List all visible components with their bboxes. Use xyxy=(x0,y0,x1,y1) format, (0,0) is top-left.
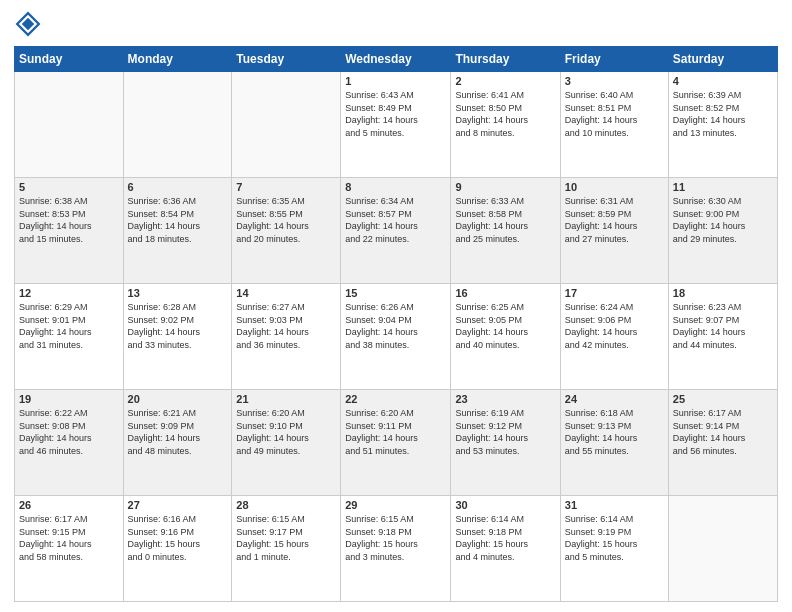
day-cell: 11Sunrise: 6:30 AM Sunset: 9:00 PM Dayli… xyxy=(668,178,777,284)
day-cell: 3Sunrise: 6:40 AM Sunset: 8:51 PM Daylig… xyxy=(560,72,668,178)
day-cell: 20Sunrise: 6:21 AM Sunset: 9:09 PM Dayli… xyxy=(123,390,232,496)
day-info: Sunrise: 6:21 AM Sunset: 9:09 PM Dayligh… xyxy=(128,407,228,457)
day-number: 6 xyxy=(128,181,228,193)
weekday-sunday: Sunday xyxy=(15,47,124,72)
day-info: Sunrise: 6:38 AM Sunset: 8:53 PM Dayligh… xyxy=(19,195,119,245)
day-cell: 13Sunrise: 6:28 AM Sunset: 9:02 PM Dayli… xyxy=(123,284,232,390)
day-cell: 16Sunrise: 6:25 AM Sunset: 9:05 PM Dayli… xyxy=(451,284,560,390)
day-number: 20 xyxy=(128,393,228,405)
day-number: 11 xyxy=(673,181,773,193)
day-number: 18 xyxy=(673,287,773,299)
day-number: 15 xyxy=(345,287,446,299)
day-info: Sunrise: 6:35 AM Sunset: 8:55 PM Dayligh… xyxy=(236,195,336,245)
day-info: Sunrise: 6:16 AM Sunset: 9:16 PM Dayligh… xyxy=(128,513,228,563)
day-number: 22 xyxy=(345,393,446,405)
day-cell: 19Sunrise: 6:22 AM Sunset: 9:08 PM Dayli… xyxy=(15,390,124,496)
day-number: 4 xyxy=(673,75,773,87)
day-number: 7 xyxy=(236,181,336,193)
day-number: 14 xyxy=(236,287,336,299)
day-number: 2 xyxy=(455,75,555,87)
day-cell: 30Sunrise: 6:14 AM Sunset: 9:18 PM Dayli… xyxy=(451,496,560,602)
day-cell: 9Sunrise: 6:33 AM Sunset: 8:58 PM Daylig… xyxy=(451,178,560,284)
day-cell: 22Sunrise: 6:20 AM Sunset: 9:11 PM Dayli… xyxy=(341,390,451,496)
weekday-friday: Friday xyxy=(560,47,668,72)
day-number: 13 xyxy=(128,287,228,299)
day-number: 23 xyxy=(455,393,555,405)
day-cell: 15Sunrise: 6:26 AM Sunset: 9:04 PM Dayli… xyxy=(341,284,451,390)
day-info: Sunrise: 6:17 AM Sunset: 9:15 PM Dayligh… xyxy=(19,513,119,563)
day-number: 16 xyxy=(455,287,555,299)
page: SundayMondayTuesdayWednesdayThursdayFrid… xyxy=(0,0,792,612)
day-number: 26 xyxy=(19,499,119,511)
day-info: Sunrise: 6:30 AM Sunset: 9:00 PM Dayligh… xyxy=(673,195,773,245)
weekday-tuesday: Tuesday xyxy=(232,47,341,72)
day-info: Sunrise: 6:24 AM Sunset: 9:06 PM Dayligh… xyxy=(565,301,664,351)
weekday-saturday: Saturday xyxy=(668,47,777,72)
day-info: Sunrise: 6:14 AM Sunset: 9:18 PM Dayligh… xyxy=(455,513,555,563)
day-cell: 21Sunrise: 6:20 AM Sunset: 9:10 PM Dayli… xyxy=(232,390,341,496)
day-cell: 17Sunrise: 6:24 AM Sunset: 9:06 PM Dayli… xyxy=(560,284,668,390)
day-cell xyxy=(123,72,232,178)
day-cell: 24Sunrise: 6:18 AM Sunset: 9:13 PM Dayli… xyxy=(560,390,668,496)
day-info: Sunrise: 6:41 AM Sunset: 8:50 PM Dayligh… xyxy=(455,89,555,139)
day-info: Sunrise: 6:17 AM Sunset: 9:14 PM Dayligh… xyxy=(673,407,773,457)
day-number: 3 xyxy=(565,75,664,87)
day-info: Sunrise: 6:29 AM Sunset: 9:01 PM Dayligh… xyxy=(19,301,119,351)
calendar-table: SundayMondayTuesdayWednesdayThursdayFrid… xyxy=(14,46,778,602)
day-number: 17 xyxy=(565,287,664,299)
day-number: 19 xyxy=(19,393,119,405)
day-info: Sunrise: 6:36 AM Sunset: 8:54 PM Dayligh… xyxy=(128,195,228,245)
day-number: 5 xyxy=(19,181,119,193)
day-cell: 31Sunrise: 6:14 AM Sunset: 9:19 PM Dayli… xyxy=(560,496,668,602)
day-info: Sunrise: 6:27 AM Sunset: 9:03 PM Dayligh… xyxy=(236,301,336,351)
day-cell: 12Sunrise: 6:29 AM Sunset: 9:01 PM Dayli… xyxy=(15,284,124,390)
header xyxy=(14,10,778,38)
day-number: 27 xyxy=(128,499,228,511)
day-number: 10 xyxy=(565,181,664,193)
day-cell: 23Sunrise: 6:19 AM Sunset: 9:12 PM Dayli… xyxy=(451,390,560,496)
day-cell xyxy=(232,72,341,178)
weekday-thursday: Thursday xyxy=(451,47,560,72)
day-cell: 6Sunrise: 6:36 AM Sunset: 8:54 PM Daylig… xyxy=(123,178,232,284)
day-info: Sunrise: 6:40 AM Sunset: 8:51 PM Dayligh… xyxy=(565,89,664,139)
week-row-5: 26Sunrise: 6:17 AM Sunset: 9:15 PM Dayli… xyxy=(15,496,778,602)
day-cell: 5Sunrise: 6:38 AM Sunset: 8:53 PM Daylig… xyxy=(15,178,124,284)
day-number: 31 xyxy=(565,499,664,511)
day-cell: 26Sunrise: 6:17 AM Sunset: 9:15 PM Dayli… xyxy=(15,496,124,602)
day-info: Sunrise: 6:19 AM Sunset: 9:12 PM Dayligh… xyxy=(455,407,555,457)
day-info: Sunrise: 6:25 AM Sunset: 9:05 PM Dayligh… xyxy=(455,301,555,351)
day-cell xyxy=(668,496,777,602)
day-cell: 1Sunrise: 6:43 AM Sunset: 8:49 PM Daylig… xyxy=(341,72,451,178)
day-info: Sunrise: 6:43 AM Sunset: 8:49 PM Dayligh… xyxy=(345,89,446,139)
day-number: 8 xyxy=(345,181,446,193)
day-info: Sunrise: 6:34 AM Sunset: 8:57 PM Dayligh… xyxy=(345,195,446,245)
day-cell: 14Sunrise: 6:27 AM Sunset: 9:03 PM Dayli… xyxy=(232,284,341,390)
day-info: Sunrise: 6:18 AM Sunset: 9:13 PM Dayligh… xyxy=(565,407,664,457)
day-info: Sunrise: 6:20 AM Sunset: 9:10 PM Dayligh… xyxy=(236,407,336,457)
logo-icon xyxy=(14,10,42,38)
weekday-monday: Monday xyxy=(123,47,232,72)
day-info: Sunrise: 6:26 AM Sunset: 9:04 PM Dayligh… xyxy=(345,301,446,351)
day-cell: 2Sunrise: 6:41 AM Sunset: 8:50 PM Daylig… xyxy=(451,72,560,178)
day-number: 28 xyxy=(236,499,336,511)
logo xyxy=(14,10,46,38)
day-number: 1 xyxy=(345,75,446,87)
day-info: Sunrise: 6:23 AM Sunset: 9:07 PM Dayligh… xyxy=(673,301,773,351)
week-row-3: 12Sunrise: 6:29 AM Sunset: 9:01 PM Dayli… xyxy=(15,284,778,390)
day-cell: 29Sunrise: 6:15 AM Sunset: 9:18 PM Dayli… xyxy=(341,496,451,602)
day-cell xyxy=(15,72,124,178)
day-cell: 8Sunrise: 6:34 AM Sunset: 8:57 PM Daylig… xyxy=(341,178,451,284)
weekday-header-row: SundayMondayTuesdayWednesdayThursdayFrid… xyxy=(15,47,778,72)
day-number: 29 xyxy=(345,499,446,511)
day-number: 24 xyxy=(565,393,664,405)
day-info: Sunrise: 6:14 AM Sunset: 9:19 PM Dayligh… xyxy=(565,513,664,563)
week-row-1: 1Sunrise: 6:43 AM Sunset: 8:49 PM Daylig… xyxy=(15,72,778,178)
day-cell: 25Sunrise: 6:17 AM Sunset: 9:14 PM Dayli… xyxy=(668,390,777,496)
day-number: 30 xyxy=(455,499,555,511)
week-row-2: 5Sunrise: 6:38 AM Sunset: 8:53 PM Daylig… xyxy=(15,178,778,284)
day-cell: 27Sunrise: 6:16 AM Sunset: 9:16 PM Dayli… xyxy=(123,496,232,602)
day-cell: 4Sunrise: 6:39 AM Sunset: 8:52 PM Daylig… xyxy=(668,72,777,178)
week-row-4: 19Sunrise: 6:22 AM Sunset: 9:08 PM Dayli… xyxy=(15,390,778,496)
day-info: Sunrise: 6:15 AM Sunset: 9:17 PM Dayligh… xyxy=(236,513,336,563)
day-number: 12 xyxy=(19,287,119,299)
